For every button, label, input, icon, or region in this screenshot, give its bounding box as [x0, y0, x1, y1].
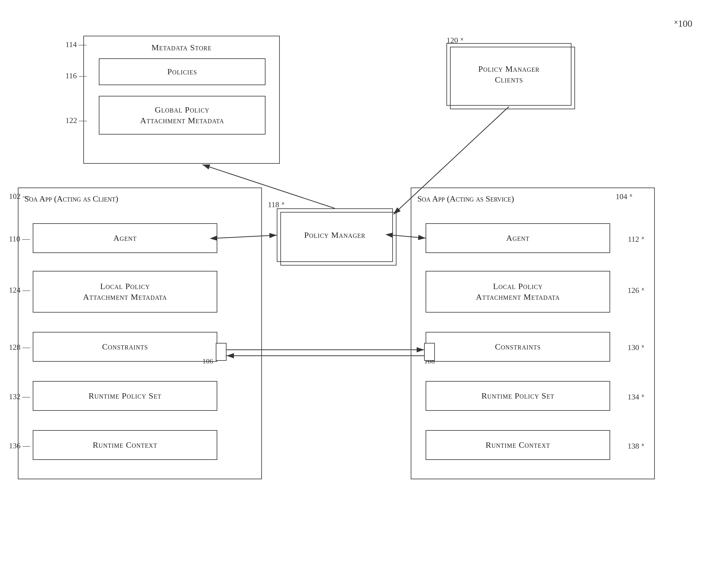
runtime-policy-service-box: Runtime Policy Set [426, 381, 610, 411]
constraints-client-label: Constraints [102, 341, 148, 352]
runtime-policy-client-box: Runtime Policy Set [33, 381, 217, 411]
constraints-client-box: Constraints [33, 332, 217, 362]
agent-client-box: Agent [33, 223, 217, 253]
runtime-context-client-box: Runtime Context [33, 430, 217, 460]
ref-136: 136 — [9, 441, 30, 451]
global-policy-box: Global PolicyAttachment Metadata [99, 96, 265, 135]
ref-106: 106 [202, 357, 213, 365]
ref-132: 132 — [9, 392, 30, 401]
ref-120: 120 ˣ [446, 36, 464, 45]
local-policy-client-box: Local PolicyAttachment Metadata [33, 271, 217, 313]
runtime-policy-client-label: Runtime Policy Set [88, 391, 161, 401]
ref-130: 130 ˣ [628, 343, 645, 352]
runtime-context-service-label: Runtime Context [486, 440, 550, 451]
soa-client-title: Soa App (Acting as Client) [24, 194, 118, 203]
runtime-context-service-box: Runtime Context [426, 430, 610, 460]
metadata-store-label: Metadata Store [151, 43, 212, 52]
figure-number-label: ˣ100 [674, 18, 692, 29]
metadata-store-box: Metadata Store Policies Global PolicyAtt… [83, 36, 280, 164]
global-policy-label: Global PolicyAttachment Metadata [140, 105, 224, 126]
constraints-service-label: Constraints [495, 341, 541, 352]
ref-138: 138 ˣ [628, 441, 645, 451]
ref-124: 124 — [9, 286, 30, 295]
constraints-service-box: Constraints [426, 332, 610, 362]
runtime-context-client-label: Runtime Context [93, 440, 157, 451]
ref-112: 112 ˣ [628, 235, 645, 244]
ref-116: 116 — [65, 71, 87, 80]
local-policy-client-label: Local PolicyAttachment Metadata [83, 281, 167, 303]
soa-service-title: Soa App (Acting as Service) [417, 194, 514, 203]
runtime-policy-service-label: Runtime Policy Set [481, 391, 554, 401]
ref-114: 114 — [65, 40, 87, 49]
local-policy-service-label: Local PolicyAttachment Metadata [476, 281, 560, 303]
port-108 [424, 343, 435, 361]
policies-label: Policies [167, 66, 197, 77]
ref-110: 110 — [9, 235, 30, 243]
ref-118: 118 ˣ [268, 200, 285, 209]
port-106 [216, 343, 227, 361]
ref-126: 126 ˣ [628, 286, 645, 295]
diagram-container: ˣ100 Metadata Store Policies Global Poli… [0, 0, 728, 576]
agent-client-label: Agent [113, 233, 137, 243]
ref-134: 134 ˣ [628, 392, 645, 402]
agent-service-label: Agent [506, 233, 530, 243]
ref-102: 102 — [9, 192, 30, 201]
ref-128: 128 — [9, 343, 30, 352]
agent-service-box: Agent [426, 223, 610, 253]
local-policy-service-box: Local PolicyAttachment Metadata [426, 271, 610, 313]
policies-box: Policies [99, 58, 265, 85]
ref-122: 122 — [65, 116, 87, 125]
ref-104: 104 ˣ [616, 192, 633, 201]
